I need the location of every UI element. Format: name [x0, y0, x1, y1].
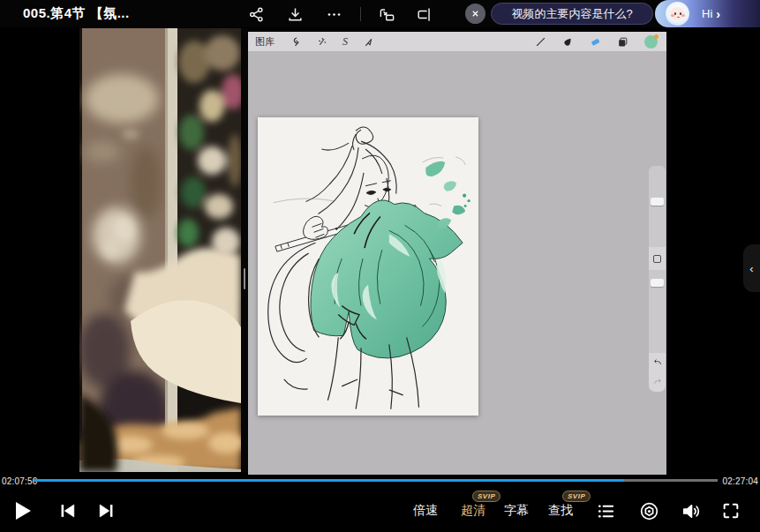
- pip-icon[interactable]: [376, 4, 397, 25]
- more-icon[interactable]: [323, 4, 344, 25]
- modify-button[interactable]: [649, 247, 666, 270]
- top-bar: 005.第4节 【氛...: [0, 0, 760, 27]
- procreate-screen: 图库 S: [248, 32, 666, 475]
- playlist-icon[interactable]: [593, 499, 618, 522]
- previous-episode-button[interactable]: [55, 499, 79, 522]
- total-duration: 02:27:04: [722, 476, 758, 486]
- seek-bar[interactable]: [34, 479, 718, 482]
- color-swatch[interactable]: [644, 35, 658, 49]
- chevron-right-icon: ›: [716, 7, 720, 21]
- undo-icon[interactable]: [649, 353, 666, 372]
- fullscreen-icon[interactable]: [719, 499, 743, 522]
- split-drag-handle[interactable]: [244, 268, 245, 289]
- procreate-toolbar: 图库 S: [248, 32, 666, 51]
- speed-button[interactable]: 倍速: [413, 503, 438, 519]
- drawing-canvas[interactable]: [258, 117, 478, 416]
- redo-icon[interactable]: [649, 372, 666, 392]
- svip-badge-quality: SVIP: [472, 491, 500, 502]
- reference-photo: [79, 28, 241, 472]
- video-player-app: 005.第4节 【氛...: [0, 0, 760, 532]
- seek-bar-progress: [34, 479, 624, 482]
- next-episode-button[interactable]: [94, 499, 119, 522]
- transform-icon[interactable]: [363, 36, 374, 48]
- opacity-slider[interactable]: [649, 270, 666, 353]
- assistant-label: Hi: [702, 7, 712, 20]
- eraser-icon[interactable]: [590, 36, 601, 48]
- timeline-row: 02:07:50 02:27:04: [0, 475, 760, 489]
- subtitle-button[interactable]: 字幕: [504, 503, 529, 519]
- ai-question-pill[interactable]: 视频的主要内容是什么?: [491, 3, 653, 25]
- topbar-divider: [360, 7, 361, 21]
- volume-icon[interactable]: [678, 499, 703, 522]
- share-icon[interactable]: [245, 4, 267, 25]
- svip-badge-find: SVIP: [562, 491, 591, 502]
- player-controls: 倍速 超清 SVIP 字幕 查找 SVIP: [0, 489, 760, 532]
- brush-icon[interactable]: [535, 36, 546, 48]
- current-time: 02:07:50: [2, 476, 38, 486]
- procreate-sidebar: [649, 166, 666, 392]
- layers-icon[interactable]: [617, 36, 628, 48]
- aperture-icon[interactable]: [636, 499, 661, 522]
- video-frame[interactable]: 图库 S: [0, 27, 760, 475]
- opacity-handle[interactable]: [651, 279, 664, 287]
- brush-size-handle[interactable]: [651, 198, 664, 206]
- selection-icon[interactable]: S: [342, 35, 348, 49]
- find-button[interactable]: 查找: [548, 503, 573, 519]
- close-icon[interactable]: [465, 4, 485, 24]
- wrench-icon[interactable]: [290, 36, 301, 48]
- brush-size-slider[interactable]: [649, 166, 666, 247]
- smudge-icon[interactable]: [562, 36, 574, 48]
- download-icon[interactable]: [284, 4, 305, 25]
- quality-button[interactable]: 超清: [461, 503, 485, 519]
- side-drawer-toggle[interactable]: ‹: [743, 244, 760, 292]
- ai-assistant-button[interactable]: Hi ›: [655, 0, 760, 27]
- cast-icon[interactable]: [413, 4, 434, 25]
- play-button[interactable]: [7, 496, 37, 526]
- adjustments-icon[interactable]: [316, 36, 327, 48]
- split-divider: [241, 28, 248, 472]
- chevron-left-icon: ‹: [749, 262, 753, 275]
- gallery-button[interactable]: 图库: [255, 35, 275, 49]
- assistant-avatar: [666, 2, 689, 26]
- video-title: 005.第4节 【氛...: [23, 5, 130, 22]
